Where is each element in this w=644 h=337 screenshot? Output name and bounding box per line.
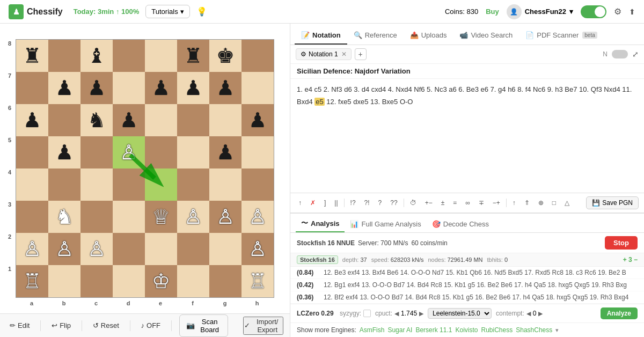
- piece-b2[interactable]: ♙: [55, 239, 74, 259]
- piece-e1[interactable]: ♔: [152, 271, 170, 291]
- cell-d5[interactable]: ♙: [113, 136, 145, 169]
- ann-more1-button[interactable]: ↑: [510, 197, 518, 208]
- engine-shasschess[interactable]: ShashChess: [516, 326, 552, 334]
- flip-button[interactable]: ↩ Flip: [48, 319, 74, 332]
- piece-d5[interactable]: ♙: [120, 142, 138, 163]
- ann-dubious-button[interactable]: ?!: [362, 197, 372, 208]
- piece-c2[interactable]: ♙: [87, 239, 106, 259]
- sound-toggle-button[interactable]: ♪ OFF: [138, 319, 164, 332]
- cell-h6[interactable]: ♟: [241, 104, 274, 136]
- ann-bracket-button[interactable]: ]: [321, 197, 328, 208]
- notation-tab-1[interactable]: ⚙ Notation 1 ✕: [296, 48, 352, 60]
- expand-lines-button[interactable]: + 3 −: [623, 256, 638, 263]
- cell-a3[interactable]: [16, 201, 48, 233]
- contempt-prev-button[interactable]: ◀: [526, 310, 531, 317]
- ann-pause-button[interactable]: ||: [332, 197, 340, 208]
- cell-a7[interactable]: [16, 72, 48, 104]
- cell-g2[interactable]: [209, 233, 241, 265]
- stop-button[interactable]: Stop: [605, 236, 638, 250]
- cell-h3[interactable]: ♙: [241, 201, 274, 233]
- settings-icon[interactable]: ⚙: [614, 6, 621, 17]
- engine-koivisto[interactable]: Koivisto: [455, 326, 478, 334]
- cell-g3[interactable]: ♙: [209, 201, 241, 233]
- save-pgn-button[interactable]: 💾 Save PGN: [586, 196, 639, 209]
- contempt-next-button[interactable]: ▶: [538, 310, 543, 317]
- cell-e2[interactable]: [145, 233, 177, 265]
- cell-f7[interactable]: ♟: [177, 72, 209, 104]
- piece-c8[interactable]: ♝: [87, 46, 106, 66]
- cell-f5[interactable]: [177, 136, 209, 169]
- cell-e6[interactable]: [145, 104, 177, 136]
- cell-d3[interactable]: [113, 201, 145, 233]
- cell-c2[interactable]: ♙: [80, 233, 113, 265]
- cell-e5[interactable]: [145, 136, 177, 169]
- buy-button[interactable]: Buy: [486, 8, 499, 16]
- ann-clock-button[interactable]: ⏱: [407, 197, 419, 208]
- cell-b7[interactable]: ♟: [48, 72, 80, 104]
- cell-g5[interactable]: ♟: [209, 136, 241, 169]
- engine-select[interactable]: Leelenstein-15.0: [428, 308, 492, 319]
- cpuct-prev-button[interactable]: ◀: [394, 310, 399, 317]
- cell-f4[interactable]: [177, 169, 209, 201]
- cell-a6[interactable]: ♟: [16, 104, 48, 136]
- ann-blunder-button[interactable]: ??: [387, 197, 400, 208]
- cell-b2[interactable]: ♙: [48, 233, 80, 265]
- ann-more3-button[interactable]: ⊕: [536, 197, 546, 208]
- engine-asmfish[interactable]: AsmFish: [360, 326, 385, 334]
- ann-slight-black-button[interactable]: ∓: [476, 197, 487, 208]
- syzygy-checkbox[interactable]: [363, 310, 371, 317]
- piece-b3[interactable]: ♞: [55, 207, 74, 227]
- engine-berserk[interactable]: Berserk 11.1: [415, 326, 452, 334]
- cell-g7[interactable]: ♟: [209, 72, 241, 104]
- ann-interestingq-button[interactable]: !?: [348, 197, 358, 208]
- cell-g8[interactable]: ♚: [209, 40, 241, 72]
- piece-f3[interactable]: ♙: [184, 207, 202, 227]
- ann-adv-black-button[interactable]: −+: [490, 197, 503, 208]
- cell-b5[interactable]: ♟: [48, 136, 80, 169]
- expand-icon[interactable]: ⤢: [632, 50, 639, 58]
- analysis-tab-decode[interactable]: 🎯 Decode Chess: [427, 217, 494, 232]
- piece-h1[interactable]: ♖: [248, 271, 267, 291]
- ann-more4-button[interactable]: □: [550, 197, 559, 208]
- cell-f3[interactable]: ♙: [177, 201, 209, 233]
- ann-equal-button[interactable]: =: [450, 197, 459, 208]
- tab-pdf-scanner[interactable]: 📄 PDF Scanner beta: [519, 27, 604, 45]
- piece-g7[interactable]: ♟: [216, 78, 235, 98]
- cell-f2[interactable]: [177, 233, 209, 265]
- cell-h7[interactable]: [241, 72, 274, 104]
- ann-slight-white-button[interactable]: ±: [438, 197, 448, 208]
- ann-up-button[interactable]: ↑: [296, 197, 304, 208]
- cell-e4[interactable]: [145, 169, 177, 201]
- analysis-tab-analysis[interactable]: 〜 Analysis: [296, 215, 345, 232]
- cell-c6[interactable]: ♞: [80, 104, 113, 136]
- cell-b4[interactable]: [48, 169, 80, 201]
- cell-e3[interactable]: ♕: [145, 201, 177, 233]
- tab-uploads[interactable]: 📤 Uploads: [404, 27, 453, 45]
- cell-f1[interactable]: [177, 265, 209, 297]
- cell-c7[interactable]: ♟: [80, 72, 113, 104]
- cell-c3[interactable]: [80, 201, 113, 233]
- tab-reference[interactable]: 🔍 Reference: [347, 27, 404, 45]
- piece-b7[interactable]: ♟: [55, 78, 74, 98]
- scan-board-button[interactable]: 📷 Scan Board: [179, 314, 229, 337]
- piece-h2[interactable]: ♙: [248, 239, 267, 259]
- mini-toggle[interactable]: [612, 50, 628, 58]
- cell-d8[interactable]: [113, 40, 145, 72]
- cell-e8[interactable]: [145, 40, 177, 72]
- piece-c7[interactable]: ♟: [87, 78, 106, 98]
- piece-g3[interactable]: ♙: [216, 207, 235, 227]
- ann-cross-button[interactable]: ✗: [308, 197, 318, 208]
- tab-video-search[interactable]: 📹 Video Search: [453, 27, 519, 45]
- close-icon[interactable]: ✕: [341, 50, 347, 58]
- piece-h3[interactable]: ♙: [248, 207, 267, 227]
- cell-e1[interactable]: ♔: [145, 265, 177, 297]
- tab-notation[interactable]: 📝 Notation: [295, 27, 347, 45]
- analyze-button[interactable]: Analyze: [601, 307, 638, 319]
- ann-adv-white-button[interactable]: +−: [422, 197, 435, 208]
- cell-h4[interactable]: [241, 169, 274, 201]
- engine-sugar-ai[interactable]: Sugar AI: [387, 326, 412, 334]
- cell-a1[interactable]: ♖: [16, 265, 48, 297]
- piece-f8[interactable]: ♜: [184, 46, 202, 66]
- cell-d4[interactable]: [113, 169, 145, 201]
- piece-g5[interactable]: ♟: [216, 142, 235, 163]
